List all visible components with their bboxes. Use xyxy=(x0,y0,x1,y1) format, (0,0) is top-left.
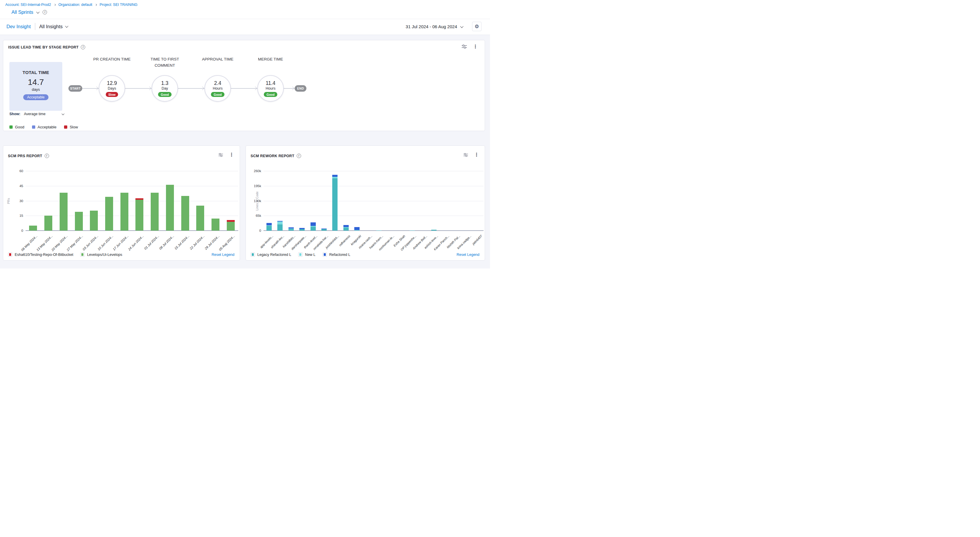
vertical-divider xyxy=(35,23,35,30)
reset-legend-link[interactable]: Reset Legend xyxy=(457,253,479,257)
bar-segment xyxy=(344,227,349,228)
y-axis-tick-label: 65k xyxy=(251,214,261,218)
bar-segment xyxy=(196,206,204,230)
date-range-label: 31 Jul 2024 - 06 Aug 2024 xyxy=(406,24,457,29)
legend-swatch xyxy=(323,253,327,257)
gridline xyxy=(264,186,484,186)
bar-segment xyxy=(431,230,436,230)
insight-header: Dev Insight All Insights xyxy=(6,23,68,30)
flow-arrow-icon xyxy=(253,86,257,90)
y-axis-title: PRs xyxy=(7,198,10,204)
legend-label: Slow xyxy=(70,125,78,129)
gridline xyxy=(264,201,484,201)
x-axis-tick-label: 17 Jun 2024... xyxy=(81,234,129,268)
breadcrumb-link[interactable]: Account: SEI-Internal-Prod2 xyxy=(5,3,51,7)
top-header: Account: SEI-Internal-Prod2Organization:… xyxy=(0,0,490,35)
x-axis-tick-label: 22 Jul 2024... xyxy=(157,234,205,268)
bar-segment xyxy=(75,212,83,230)
bar-segment xyxy=(227,220,235,221)
bar-segment xyxy=(135,198,143,200)
bar-segment xyxy=(288,229,294,229)
insight-selector[interactable]: All Insights xyxy=(39,24,68,29)
x-axis-tick-label: 15 Jul 2024... xyxy=(142,234,190,268)
bar-segment xyxy=(354,227,360,230)
bar-segment xyxy=(310,227,316,230)
bar-segment xyxy=(344,228,349,230)
dev-insight-link[interactable]: Dev Insight xyxy=(6,24,31,29)
breadcrumb-separator-icon xyxy=(95,3,97,6)
legend-item[interactable]: Legacy Refactored L xyxy=(251,253,291,257)
x-axis-tick-label: 08 Jul 2024... xyxy=(127,234,175,268)
stage-rating-badge: Good xyxy=(211,92,224,97)
legend-item[interactable]: Levelops/Ui-Levelops xyxy=(80,253,122,257)
legend-swatch xyxy=(64,126,67,129)
breadcrumb-separator-icon xyxy=(54,3,56,6)
chevron-down-icon xyxy=(62,112,65,115)
bar-segment xyxy=(288,229,294,230)
show-dropdown[interactable]: Show: Average time xyxy=(10,112,64,116)
y-axis-tick-label: 60 xyxy=(13,169,23,173)
bar-segment xyxy=(266,225,272,226)
stage-circle[interactable]: 1.3DayGood xyxy=(151,75,178,102)
breadcrumb-link[interactable]: Project: SEI TRAINING xyxy=(100,3,137,7)
stage-name-label: APPROVAL TIME xyxy=(196,56,240,62)
insight-selector-label: All Insights xyxy=(39,24,63,29)
gridline xyxy=(25,201,238,201)
bar-segment xyxy=(332,175,337,177)
legend-label: Good xyxy=(15,125,24,129)
legend-item[interactable]: Refactored L xyxy=(323,253,350,257)
date-range-picker[interactable]: 31 Jul 2024 - 06 Aug 2024 xyxy=(406,24,463,29)
stage-circle[interactable]: 12.9DaysSlow xyxy=(99,75,125,102)
bar-segment xyxy=(121,193,128,230)
flow-arrow-icon xyxy=(291,86,294,90)
scm-rework-chart: 065k130k195k260kLines of Codeajay-levelo… xyxy=(246,146,485,260)
x-axis-tick-label: 01 Jul 2024... xyxy=(111,234,159,268)
bar-segment xyxy=(29,226,37,230)
stage-unit: Hours xyxy=(258,86,283,91)
bar-segment xyxy=(321,229,327,229)
stage-value: 11.4 xyxy=(258,80,283,86)
legend-item[interactable]: Esha610/Testing-Repo-Of-Bitbucket xyxy=(8,253,73,257)
y-axis-tick-label: 195k xyxy=(251,184,261,188)
x-axis-tick-label: 20 May 2024... xyxy=(20,234,68,268)
legend-item: Good xyxy=(10,125,24,129)
scm-prs-panel: SCM PRS REPORT i ⋮ 015304560PRs06 May 20… xyxy=(3,145,240,261)
bar-segment xyxy=(266,226,272,230)
breadcrumb-link[interactable]: Organization: default xyxy=(59,3,92,7)
stage-circle[interactable]: 11.4HoursGood xyxy=(257,75,284,102)
bar-segment xyxy=(135,200,143,230)
bar-segment xyxy=(151,193,159,230)
bar-segment xyxy=(277,221,283,224)
bar-segment xyxy=(332,177,337,178)
scm-prs-legend: Esha610/Testing-Repo-Of-BitbucketLevelop… xyxy=(8,253,234,257)
reset-legend-link[interactable]: Reset Legend xyxy=(212,253,234,257)
header-divider xyxy=(0,19,490,19)
legend-label: Legacy Refactored L xyxy=(257,253,291,257)
x-axis-tick-label: 29 Jul 2024... xyxy=(172,234,220,268)
settings-button[interactable]: ⚙ xyxy=(472,22,482,31)
legend-swatch xyxy=(80,253,84,257)
gear-icon: ⚙ xyxy=(474,24,479,30)
legend-label: Levelops/Ui-Levelops xyxy=(87,253,122,257)
gridline xyxy=(264,216,484,216)
gridline xyxy=(25,230,238,231)
sprint-selector[interactable]: All Sprints i xyxy=(11,10,47,15)
legend-swatch xyxy=(298,253,302,257)
legend-label: Acceptable xyxy=(38,125,56,129)
stage-name-label: TIME TO FIRST COMMENT xyxy=(143,56,187,68)
x-axis-tick-label: 05 Aug 2024... xyxy=(188,234,235,268)
y-axis-tick-label: 0 xyxy=(251,229,261,232)
legend-item[interactable]: New L xyxy=(298,253,315,257)
chevron-down-icon xyxy=(65,24,68,28)
y-axis-tick-label: 30 xyxy=(13,199,23,203)
bar-segment xyxy=(277,224,283,230)
chevron-down-icon[interactable] xyxy=(37,10,40,13)
stage-circle[interactable]: 2.4HoursGood xyxy=(204,75,231,102)
sprint-selector-label[interactable]: All Sprints xyxy=(11,10,33,15)
bar-segment xyxy=(409,230,415,231)
flow-arrow-icon xyxy=(95,86,99,90)
stage-rating-badge: Good xyxy=(158,92,171,97)
info-icon[interactable]: i xyxy=(43,10,47,14)
y-axis-tick-label: 15 xyxy=(13,214,23,218)
x-axis-tick-label: 10 Jun 2024... xyxy=(66,234,114,268)
